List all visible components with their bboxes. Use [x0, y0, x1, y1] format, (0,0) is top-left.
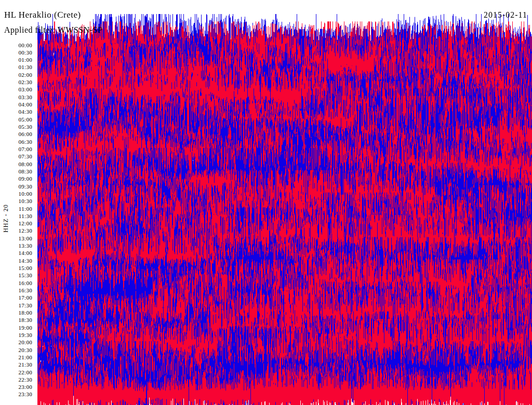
time-label: 01:00 [6, 57, 32, 63]
time-label: 19:30 [6, 332, 32, 338]
time-label: 17:30 [6, 303, 32, 308]
plot-date: 2015-02-11 [484, 10, 527, 20]
time-label: 15:00 [6, 265, 32, 271]
time-label: 06:30 [6, 139, 32, 145]
time-label: 23:00 [6, 384, 32, 390]
time-label: 03:00 [6, 87, 32, 92]
page-title: HL Heraklio (Crete) [4, 10, 81, 20]
time-label: 04:30 [6, 109, 32, 115]
time-label: 00:00 [6, 43, 32, 48]
time-label: 22:30 [6, 377, 32, 383]
time-label: 02:30 [6, 79, 32, 85]
time-label: 05:00 [6, 117, 32, 123]
time-label: 13:30 [6, 243, 32, 249]
time-label: 18:00 [6, 310, 32, 316]
time-label: 13:00 [6, 236, 32, 241]
helicorder-page: HL Heraklio (Crete) 2015-02-11 Applied f… [0, 0, 532, 405]
time-label: 01:30 [6, 64, 32, 70]
time-label: 12:00 [6, 221, 32, 226]
time-label: 14:00 [6, 250, 32, 256]
seismogram-traces [37, 0, 532, 405]
time-label: 11:30 [6, 213, 32, 219]
time-label: 16:00 [6, 280, 32, 286]
time-label: 02:00 [6, 72, 32, 78]
time-label: 07:00 [6, 146, 32, 152]
time-label: 08:30 [6, 169, 32, 174]
time-label: 12:30 [6, 228, 32, 234]
time-label: 09:00 [6, 176, 32, 182]
time-label: 14:30 [6, 258, 32, 264]
time-label: 05:30 [6, 124, 32, 130]
time-label: 18:30 [6, 317, 32, 323]
time-label: 15:30 [6, 273, 32, 278]
time-label: 00:30 [6, 50, 32, 56]
time-label: 21:30 [6, 362, 32, 368]
time-label: 09:30 [6, 184, 32, 190]
time-label: 03:30 [6, 95, 32, 100]
time-label: 10:30 [6, 198, 32, 204]
time-label: 23:30 [6, 392, 32, 397]
time-label: 17:00 [6, 295, 32, 301]
time-label: 16:30 [6, 288, 32, 293]
applied-filter-label: Applied filter: WWSSN-SP [4, 25, 102, 35]
time-label: 20:30 [6, 347, 32, 353]
time-label: 21:00 [6, 355, 32, 360]
time-label: 04:00 [6, 102, 32, 107]
time-label: 08:00 [6, 161, 32, 167]
time-label: 19:00 [6, 325, 32, 331]
time-label: 20:00 [6, 340, 32, 345]
time-label: 10:00 [6, 191, 32, 197]
time-label: 06:00 [6, 131, 32, 137]
time-label: 22:00 [6, 370, 32, 375]
time-label: 11:00 [6, 206, 32, 212]
time-label: 07:30 [6, 154, 32, 159]
